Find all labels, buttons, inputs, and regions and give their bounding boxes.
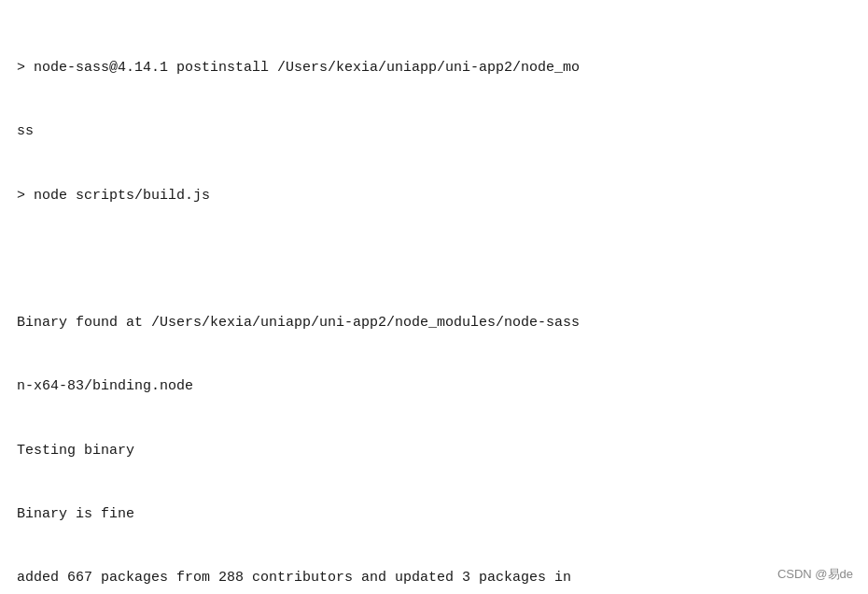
line-content: ss xyxy=(17,120,34,142)
terminal-line: Binary is fine xyxy=(17,503,851,525)
line-content: > node scripts/build.js xyxy=(17,185,210,206)
from-keyword: from xyxy=(176,570,210,586)
terminal-line: Binary found at /Users/kexia/uniapp/uni-… xyxy=(17,312,851,333)
line-content: n-x64-83/binding.node xyxy=(17,375,193,397)
line-content: Testing binary xyxy=(17,440,134,461)
terminal-line: ss xyxy=(17,120,851,142)
terminal-line: added 667 packages from 288 contributors… xyxy=(17,567,851,588)
line-content: Binary is fine xyxy=(17,503,134,525)
terminal-line: > node-sass@4.14.1 postinstall /Users/ke… xyxy=(17,57,851,78)
watermark: CSDN @易de xyxy=(777,565,853,584)
line-content: > node-sass@4.14.1 postinstall /Users/ke… xyxy=(17,57,580,78)
line-content: Binary found at /Users/kexia/uniapp/uni-… xyxy=(17,312,580,333)
watermark-text: CSDN @易de xyxy=(777,567,853,581)
terminal-output: > node-sass@4.14.1 postinstall /Users/ke… xyxy=(17,15,851,594)
terminal-line: Testing binary xyxy=(17,440,851,461)
terminal-line: > node scripts/build.js xyxy=(17,185,851,206)
line-content: added 667 packages from 288 contributors… xyxy=(17,567,571,588)
blank-line xyxy=(17,248,851,270)
terminal-line: n-x64-83/binding.node xyxy=(17,375,851,397)
